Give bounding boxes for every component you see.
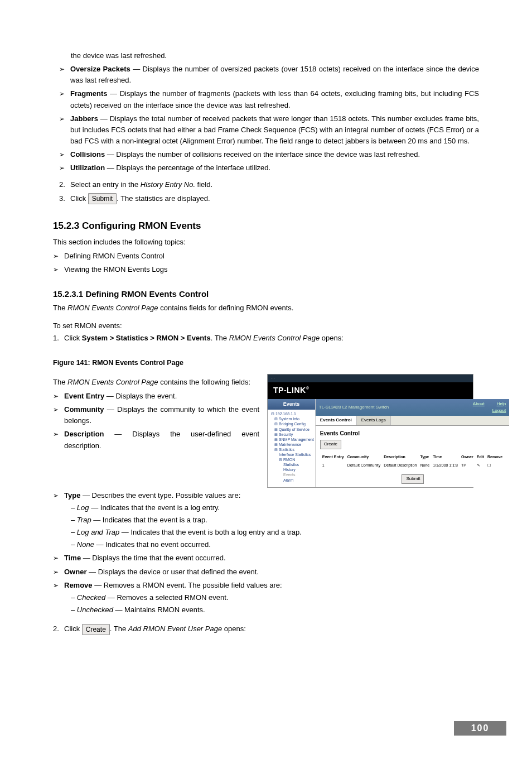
heading-15231: 15.2.3.1 Defining RMON Events Control bbox=[53, 287, 479, 300]
triangle-icon: ➢ bbox=[53, 553, 64, 564]
left-column: The RMON Events Control Page contains th… bbox=[53, 374, 259, 488]
tab-events-logs[interactable]: Events Logs bbox=[357, 416, 391, 425]
nav-tree[interactable]: ⊟ 192.168.1.1⊞ System Info⊞ Bridging Con… bbox=[268, 410, 315, 486]
text: The RMON Events Control Page contains th… bbox=[53, 376, 259, 388]
bullet-oversize: ➢ Oversize Packets — Displays the number… bbox=[59, 64, 479, 86]
create-button[interactable]: Create bbox=[320, 440, 341, 449]
bullet-event-entry: ➢ Event Entry — Displays the event. bbox=[53, 391, 259, 402]
step-2: 2. Select an entry in the History Entry … bbox=[59, 179, 479, 190]
tree-node[interactable]: Interface Statistics bbox=[269, 452, 314, 457]
section-intro: This section includes the following topi… bbox=[53, 237, 479, 248]
triangle-icon: ➢ bbox=[53, 490, 64, 501]
tree-node[interactable]: ⊞ Quality of Service bbox=[269, 427, 314, 432]
titlebar-text: TL-SL3428 L2 Management Switch bbox=[319, 404, 389, 411]
step-3: 3. Click Submit. The statistics are disp… bbox=[59, 193, 479, 205]
figure-caption: Figure 141: RMON Events Control Page bbox=[53, 358, 479, 368]
bullet-community: ➢ Community — Displays the community to … bbox=[53, 404, 259, 426]
window-dots-icon: ⋯ bbox=[271, 376, 275, 382]
bullet-time: ➢ Time — Displays the time that the even… bbox=[53, 553, 479, 564]
sidebar-header: Events bbox=[268, 399, 315, 410]
tab-bar: Events Control Events Logs bbox=[316, 416, 509, 425]
bullet-description: ➢ Description — Displays the user-define… bbox=[53, 429, 259, 451]
submit-button[interactable]: Submit bbox=[402, 474, 424, 483]
sidebar: Events ⊟ 192.168.1.1⊞ System Info⊞ Bridg… bbox=[268, 399, 316, 487]
triangle-icon: ➢ bbox=[59, 113, 70, 124]
bullet-owner: ➢ Owner — Displays the device or user th… bbox=[53, 566, 479, 578]
window-title-bar: ⋯ bbox=[268, 374, 473, 382]
two-column-layout: The RMON Events Control Page contains th… bbox=[53, 374, 479, 488]
text: The RMON Events Control Page contains fi… bbox=[53, 302, 479, 314]
logout-link[interactable]: Logout bbox=[492, 408, 506, 413]
table-cell: 1/1/2000 1:1:8 bbox=[432, 462, 459, 469]
tree-node[interactable]: ⊞ Maintenance bbox=[269, 442, 314, 447]
table-cell: TP bbox=[460, 462, 475, 469]
table-header-cell: Type bbox=[419, 454, 431, 461]
table-header-cell: Description bbox=[383, 454, 418, 461]
triangle-icon: ➢ bbox=[59, 149, 70, 160]
bullet-utilization: ➢ Utilization — Displays the percentage … bbox=[59, 162, 479, 174]
table-cell: Default Community bbox=[346, 462, 382, 469]
brand-logo: TP-LINK® bbox=[268, 382, 473, 399]
table-header-cell: Community bbox=[346, 454, 382, 461]
triangle-icon: ➢ bbox=[53, 251, 64, 262]
content-titlebar: TL-SL3428 L2 Management Switch About Hel… bbox=[316, 399, 509, 416]
table-cell: 1 bbox=[321, 462, 345, 469]
tree-node[interactable]: Events bbox=[269, 472, 314, 477]
bullet-jabbers: ➢ Jabbers — Displays the total number of… bbox=[59, 113, 479, 147]
tree-node[interactable]: ⊟ RMON bbox=[269, 457, 314, 462]
table-cell: None bbox=[419, 462, 431, 469]
help-link[interactable]: Help bbox=[497, 401, 506, 406]
bullet-remove: ➢ Remove — Removes a RMON event. The pos… bbox=[53, 580, 479, 591]
triangle-icon: ➢ bbox=[59, 88, 70, 99]
screenshot-rmon-events: ⋯ TP-LINK® Events ⊟ 192.168.1.1⊞ System … bbox=[267, 374, 473, 488]
bullet-collisions: ➢ Collisions — Displays the number of co… bbox=[59, 149, 479, 160]
tree-node[interactable]: Statistics bbox=[269, 462, 314, 467]
tree-node[interactable]: ⊞ System Info bbox=[269, 416, 314, 421]
table-header-cell: Time bbox=[432, 454, 459, 461]
create-button[interactable]: Create bbox=[82, 624, 110, 635]
text: To set RMON events: bbox=[53, 320, 479, 332]
table-header-cell: Event Entry bbox=[321, 454, 345, 461]
panel-heading: Events Control bbox=[320, 429, 505, 438]
sub-item-trap: – Trap — Indicates that the event is a t… bbox=[71, 515, 479, 526]
bullet-fragments: ➢ Fragments — Displays the number of fra… bbox=[59, 88, 479, 111]
bullet-type: ➢ Type — Describes the event type. Possi… bbox=[53, 490, 479, 501]
triangle-icon: ➢ bbox=[53, 580, 64, 591]
tree-node[interactable]: ⊞ Security bbox=[269, 432, 314, 437]
table-header-cell: Owner bbox=[460, 454, 475, 461]
sub-item-log: – Log — Indicates that the event is a lo… bbox=[71, 502, 479, 513]
tab-events-control[interactable]: Events Control bbox=[316, 416, 357, 425]
submit-button[interactable]: Submit bbox=[88, 193, 117, 204]
events-table: Event EntryCommunityDescriptionTypeTimeO… bbox=[320, 453, 505, 470]
about-link[interactable]: About bbox=[473, 401, 485, 415]
step-create: 2. Click Create. The Add RMON Event User… bbox=[53, 623, 479, 635]
table-header-cell: Edit bbox=[476, 454, 485, 461]
sub-item-checked: – Checked — Removes a selected RMON even… bbox=[71, 592, 479, 603]
continued-text: the device was last refreshed. bbox=[71, 50, 479, 61]
tree-node[interactable]: ⊟ 192.168.1.1 bbox=[269, 411, 314, 416]
table-header-cell: Remove bbox=[486, 454, 504, 461]
tree-node[interactable]: ⊞ SNMP Management bbox=[269, 437, 314, 442]
right-column: ⋯ TP-LINK® Events ⊟ 192.168.1.1⊞ System … bbox=[267, 374, 479, 488]
tree-node[interactable]: ⊞ Bridging Config bbox=[269, 421, 314, 426]
page-content: the device was last refreshed. ➢ Oversiz… bbox=[0, 0, 532, 635]
sub-item-log-and-trap: – Log and Trap — Indicates that the even… bbox=[71, 527, 479, 538]
topic-item: ➢ Viewing the RMON Events Logs bbox=[53, 264, 479, 275]
tree-node[interactable]: History bbox=[269, 467, 314, 472]
table-cell[interactable]: ✎ bbox=[476, 462, 485, 469]
triangle-icon: ➢ bbox=[53, 264, 64, 275]
triangle-icon: ➢ bbox=[53, 429, 64, 440]
sub-item-unchecked: – Unchecked — Maintains RMON events. bbox=[71, 604, 479, 616]
sub-item-none: – None — Indicates that no event occurre… bbox=[71, 539, 479, 550]
tree-node[interactable]: Alarm bbox=[269, 478, 314, 483]
topic-item: ➢ Defining RMON Events Control bbox=[53, 251, 479, 262]
triangle-icon: ➢ bbox=[53, 391, 64, 402]
tree-node[interactable]: ⊟ Statistics bbox=[269, 447, 314, 452]
step-1: 1. Click System > Statistics > RMON > Ev… bbox=[53, 333, 479, 344]
table-cell[interactable]: ☐ bbox=[486, 462, 504, 469]
triangle-icon: ➢ bbox=[59, 64, 70, 75]
content-pane: TL-SL3428 L2 Management Switch About Hel… bbox=[316, 399, 509, 487]
page-number: 100 bbox=[454, 721, 506, 736]
heading-1523: 15.2.3 Configuring RMON Events bbox=[53, 219, 479, 233]
triangle-icon: ➢ bbox=[53, 566, 64, 578]
